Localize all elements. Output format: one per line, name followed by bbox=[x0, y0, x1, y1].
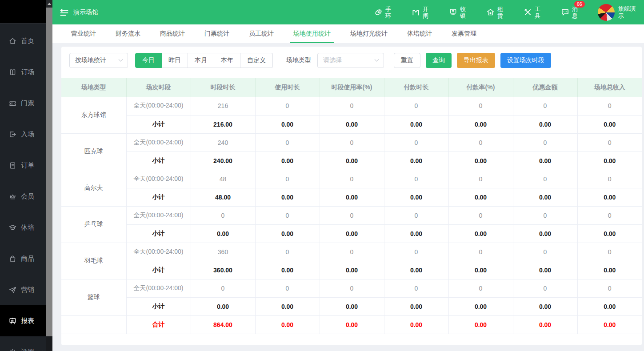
tab-8[interactable]: 发票管理 bbox=[442, 24, 486, 43]
goods-icon bbox=[8, 255, 17, 263]
tab-7[interactable]: 体培统计 bbox=[397, 24, 442, 43]
venue-type-select[interactable]: 请选择 bbox=[317, 53, 384, 68]
table-cell: 0.00 bbox=[255, 152, 320, 170]
chevron-down-icon bbox=[39, 349, 43, 351]
training-icon bbox=[8, 223, 17, 232]
table-cell: 216.00 bbox=[191, 115, 255, 133]
set-slots-button[interactable]: 设置场次时段 bbox=[500, 53, 551, 68]
topbar-action-wristband[interactable]: 手环 bbox=[374, 6, 392, 19]
sidebar-item-members[interactable]: 会员 bbox=[0, 181, 46, 212]
table-cell: 0 bbox=[255, 133, 320, 152]
date-button[interactable]: 自定义 bbox=[240, 53, 273, 68]
table-cell: 全天(00:00-24:00) bbox=[126, 97, 191, 115]
usage-table: 场地类型场次时段时段时长使用时长时段使用率(%)付款时长付款率(%)优惠金额场地… bbox=[61, 78, 642, 334]
table-cell: 0.00 bbox=[577, 152, 642, 170]
sidebar-item-tickets[interactable]: 门票 bbox=[0, 88, 46, 119]
topbar-action-rental[interactable]: 租赁 bbox=[486, 6, 504, 19]
sidebar-menu: 首页订场门票入场订单会员体培商品营销报表设置 bbox=[0, 24, 46, 351]
sidebar-item-settings[interactable]: 设置 bbox=[0, 336, 46, 351]
table-row: 东方球馆全天(00:00-24:00)216000000 bbox=[61, 97, 642, 115]
sidebar-item-reports[interactable]: 报表 bbox=[0, 305, 46, 336]
sidebar-item-goods[interactable]: 商品 bbox=[0, 243, 46, 274]
date-button[interactable]: 昨日 bbox=[162, 53, 188, 68]
table-cell: 0.00 bbox=[513, 224, 577, 243]
table-cell: 0.00 bbox=[448, 315, 513, 334]
sidebar-scrollbar[interactable] bbox=[46, 0, 52, 351]
tab-1[interactable]: 财务流水 bbox=[106, 24, 150, 43]
tab-2[interactable]: 商品统计 bbox=[150, 24, 195, 43]
table-cell: 240.00 bbox=[191, 152, 255, 170]
table-cell: 48.00 bbox=[191, 188, 255, 206]
table-row: 乒乓球全天(00:00-24:00)0000000 bbox=[61, 206, 642, 224]
reset-button[interactable]: 重置 bbox=[394, 53, 420, 68]
table-cell: 全天(00:00-24:00) bbox=[126, 206, 191, 224]
sidebar-item-label: 会员 bbox=[21, 192, 34, 201]
sidebar-item-label: 营销 bbox=[21, 286, 34, 294]
table-cell: 0 bbox=[577, 133, 642, 152]
table-cell: 0 bbox=[577, 243, 642, 261]
content-card: 按场地统计 今日昨日本月本年自定义 场地类型 请选择 重置 查询 导出报表 设置… bbox=[61, 47, 642, 345]
table-cell: 小计 bbox=[126, 261, 191, 279]
tab-3[interactable]: 门票统计 bbox=[195, 24, 239, 43]
table-row-total: 合计864.000.000.000.000.000.000.00 bbox=[61, 315, 642, 334]
table-cell: 0 bbox=[448, 206, 513, 224]
table-cell: 0 bbox=[384, 243, 448, 261]
venue-title: 演示场馆 bbox=[73, 8, 99, 16]
table-cell: 0 bbox=[255, 97, 320, 115]
date-button[interactable]: 本月 bbox=[188, 53, 214, 68]
sidebar-item-booking[interactable]: 订场 bbox=[0, 56, 46, 88]
date-button[interactable]: 本年 bbox=[214, 53, 240, 68]
date-range-button-group: 今日昨日本月本年自定义 bbox=[135, 53, 273, 68]
up-arrow-icon bbox=[48, 3, 51, 5]
table-cell: 0.00 bbox=[448, 115, 513, 133]
table-cell: 0.00 bbox=[448, 152, 513, 170]
user-menu[interactable]: 旗舰演示 bbox=[598, 4, 637, 21]
table-row-subtotal: 小计240.000.000.000.000.000.000.00 bbox=[61, 152, 642, 170]
venue-cell: 东方球馆 bbox=[61, 97, 126, 133]
stat-mode-select[interactable]: 按场地统计 bbox=[69, 53, 128, 68]
collapse-menu-icon bbox=[59, 7, 69, 18]
topbar-action-messages[interactable]: 消息66 bbox=[560, 6, 578, 19]
tab-0[interactable]: 营业统计 bbox=[61, 24, 106, 43]
table-cell: 小计 bbox=[126, 152, 191, 170]
table-cell: 0 bbox=[320, 279, 384, 297]
collapse-sidebar-button[interactable] bbox=[59, 7, 69, 18]
export-report-button[interactable]: 导出报表 bbox=[457, 53, 495, 68]
topbar-action-label: 租赁 bbox=[497, 6, 504, 19]
table-column-header: 优惠金额 bbox=[513, 78, 577, 97]
table-cell: 0.00 bbox=[384, 297, 448, 315]
topbar-action-tools[interactable]: 工具 bbox=[523, 6, 541, 19]
stat-mode-value: 按场地统计 bbox=[75, 56, 106, 64]
topbar-action-cashier[interactable]: 收银 bbox=[448, 6, 466, 19]
sidebar-item-orders[interactable]: 订单 bbox=[0, 150, 46, 181]
table-cell: 0 bbox=[577, 170, 642, 188]
table-column-header: 付款率(%) bbox=[448, 78, 513, 97]
table-cell: 0 bbox=[191, 279, 255, 297]
sidebar-item-entry[interactable]: 入场 bbox=[0, 119, 46, 150]
tab-6[interactable]: 场地灯光统计 bbox=[340, 24, 397, 43]
table-cell: 0.00 bbox=[320, 224, 384, 243]
user-name: 旗舰演示 bbox=[618, 5, 637, 20]
table-cell: 0.00 bbox=[320, 315, 384, 334]
marketing-icon bbox=[8, 286, 17, 294]
table-cell: 0 bbox=[320, 170, 384, 188]
tab-4[interactable]: 员工统计 bbox=[239, 24, 284, 43]
table-cell: 0.00 bbox=[577, 297, 642, 315]
table-cell: 0 bbox=[448, 170, 513, 188]
query-button[interactable]: 查询 bbox=[426, 53, 452, 68]
sidebar-item-training[interactable]: 体培 bbox=[0, 212, 46, 243]
topbar-action-gate[interactable]: 开闸 bbox=[411, 6, 429, 19]
tab-5[interactable]: 场地使用统计 bbox=[284, 24, 340, 43]
date-button[interactable]: 今日 bbox=[135, 53, 162, 68]
table-cell: 0.00 bbox=[320, 188, 384, 206]
sidebar-item-marketing[interactable]: 营销 bbox=[0, 274, 46, 305]
scrollbar-thumb[interactable] bbox=[46, 8, 52, 336]
table-cell: 0.00 bbox=[513, 115, 577, 133]
scroll-up-arrow[interactable] bbox=[46, 0, 52, 8]
table-cell: 0.00 bbox=[448, 188, 513, 206]
table-cell: 0.00 bbox=[191, 297, 255, 315]
table-cell: 0 bbox=[448, 243, 513, 261]
message-icon bbox=[560, 8, 570, 17]
rental-icon bbox=[486, 8, 495, 17]
sidebar-item-home[interactable]: 首页 bbox=[0, 25, 46, 56]
